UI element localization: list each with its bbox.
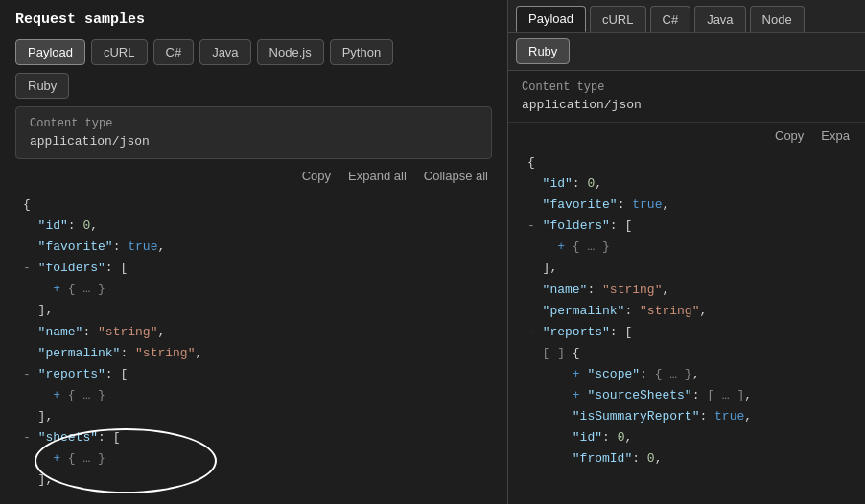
right-tab-row-1: Payload cURL C# Java Node [508, 0, 865, 33]
code-line-9: - "reports": [ [15, 364, 492, 385]
code-line-1: { [15, 195, 492, 216]
right-panel: Payload cURL C# Java Node Ruby Content t… [508, 0, 865, 504]
right-code-line-12: + "sourceSheets": [ … ], [520, 385, 853, 406]
right-code-line-2: "id": 0, [520, 173, 853, 195]
left-panel: Request samples Payload cURL C# Java Nod… [0, 0, 508, 504]
tab-row-1: Payload cURL C# Java Node.js Python [15, 39, 492, 65]
right-tab-ruby[interactable]: Ruby [516, 38, 570, 64]
code-line-13: + { … } [15, 448, 492, 470]
tab-curl[interactable]: cURL [91, 39, 148, 65]
content-type-box: Content type application/json [15, 106, 492, 159]
right-code-line-5: + { … } [520, 237, 853, 258]
panel-title: Request samples [15, 11, 492, 28]
code-line-7: "name": "string", [15, 322, 492, 343]
right-code-line-1: { [520, 152, 853, 173]
right-tab-curl[interactable]: cURL [590, 6, 646, 32]
code-line-5: + { … } [15, 279, 492, 300]
content-type-label: Content type [30, 117, 478, 130]
tab-nodejs[interactable]: Node.js [257, 39, 324, 65]
tab-csharp[interactable]: C# [153, 39, 195, 65]
right-code-line-11: + "scope": { … }, [520, 364, 853, 385]
tab-payload[interactable]: Payload [15, 39, 85, 65]
right-code-line-10: [ ] { [520, 343, 853, 364]
left-toolbar: Copy Expand all Collapse all [15, 167, 492, 185]
right-tab-csharp[interactable]: C# [650, 6, 691, 32]
right-code-line-8: "permalink": "string", [520, 301, 853, 322]
code-line-3: "favorite": true, [15, 237, 492, 258]
code-line-10: + { … } [15, 385, 492, 406]
code-line-14: ], [15, 470, 492, 491]
right-code-line-4: - "folders": [ [520, 216, 853, 237]
tab-ruby[interactable]: Ruby [15, 73, 69, 99]
right-tab-payload[interactable]: Payload [516, 6, 586, 32]
right-code-line-6: ], [520, 258, 853, 279]
collapse-all-button[interactable]: Collapse all [420, 167, 492, 185]
right-copy-button[interactable]: Copy [771, 126, 807, 145]
right-code-line-7: "name": "string", [520, 280, 853, 301]
code-line-2: "id": 0, [15, 216, 492, 237]
right-tab-java[interactable]: Java [694, 6, 745, 32]
right-tab-node[interactable]: Node [750, 6, 805, 32]
right-tab-row-2: Ruby [508, 33, 865, 71]
code-line-12: - "sheets": [ [15, 427, 492, 448]
right-expand-button[interactable]: Expa [817, 126, 853, 145]
code-line-11: ], [15, 406, 492, 427]
right-content-type: Content type application/json [508, 71, 865, 123]
left-code-area: { "id": 0, "favorite": true, - "folders"… [15, 191, 492, 493]
right-code-line-15: "fromId": 0, [520, 448, 853, 470]
tab-python[interactable]: Python [330, 39, 393, 65]
code-line-4: - "folders": [ [15, 258, 492, 279]
code-line-6: ], [15, 300, 492, 321]
right-code-line-3: "favorite": true, [520, 195, 853, 216]
right-toolbar: Copy Expa [508, 123, 865, 149]
code-line-8: "permalink": "string", [15, 343, 492, 364]
tab-row-2: Ruby [15, 73, 492, 99]
right-content-type-value: application/json [522, 98, 852, 112]
right-code-line-14: "id": 0, [520, 427, 853, 448]
right-code-line-9: - "reports": [ [520, 322, 853, 343]
tab-java[interactable]: Java [199, 39, 250, 65]
right-content-type-label: Content type [522, 80, 852, 94]
copy-button[interactable]: Copy [298, 167, 335, 185]
content-type-value: application/json [30, 134, 478, 149]
right-code-area: { "id": 0, "favorite": true, - "folders"… [508, 149, 865, 504]
right-code-line-13: "isSummaryReport": true, [520, 406, 853, 427]
expand-all-button[interactable]: Expand all [344, 167, 410, 185]
